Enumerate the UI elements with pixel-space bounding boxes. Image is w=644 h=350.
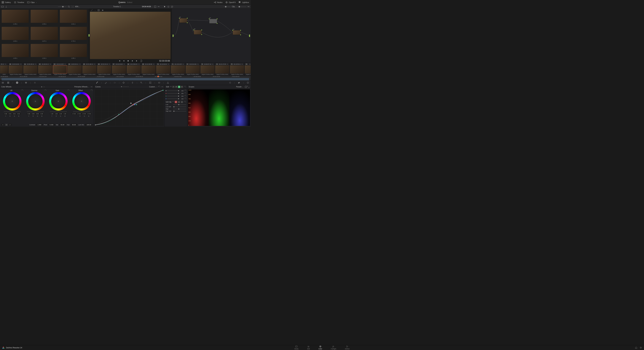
waveform-icon[interactable] bbox=[238, 82, 240, 84]
node-zoom-slider[interactable] bbox=[224, 6, 230, 7]
clip-thumb[interactable] bbox=[82, 66, 96, 74]
clip-thumb[interactable] bbox=[8, 66, 23, 74]
keyframe-mode-icon[interactable] bbox=[229, 82, 231, 84]
gallery-thumb[interactable] bbox=[31, 27, 58, 40]
clip-thumb[interactable] bbox=[142, 66, 156, 74]
pin-icon[interactable] bbox=[5, 6, 8, 8]
clips-toggle[interactable]: Clips ⌄ bbox=[27, 1, 37, 4]
gallery-zoom-slider[interactable] bbox=[58, 6, 66, 7]
lightbox-toggle[interactable]: Lightbox bbox=[239, 1, 249, 4]
clip-thumb[interactable] bbox=[126, 66, 141, 74]
node-more-icon[interactable]: ••• bbox=[248, 6, 250, 8]
node-output-marker[interactable] bbox=[249, 34, 250, 37]
channel-b-button[interactable]: B bbox=[181, 86, 183, 88]
timeline-clip[interactable]: 6203:48:03:12V1Apple ProRes 4444 bbox=[38, 63, 53, 76]
reset-icon[interactable] bbox=[184, 86, 186, 88]
lowsoft-slider[interactable]: Low Soft bbox=[166, 106, 186, 108]
reset-icon[interactable] bbox=[184, 95, 186, 97]
viewer-zoom-dropdown[interactable]: 43% bbox=[75, 6, 80, 8]
reset-icon[interactable] bbox=[67, 90, 69, 92]
wheel-values[interactable]: 0.000.010.010.01 bbox=[4, 113, 21, 115]
data-burn-icon[interactable] bbox=[167, 82, 169, 84]
gallery-item[interactable]: 1.72.1 bbox=[60, 27, 87, 42]
timeline-clip[interactable]: 6304:04:44:09V1Apple ProRes 4444 bbox=[53, 63, 68, 76]
gallery-thumb[interactable] bbox=[2, 10, 29, 23]
sizing-icon[interactable] bbox=[149, 82, 152, 84]
timeline-clip[interactable]: 6404:05:29:11V1Apple ProRes 4444 bbox=[68, 63, 82, 76]
wheel-values[interactable]: 1.001.001.001.00 bbox=[50, 113, 67, 115]
expand-icon[interactable] bbox=[247, 86, 250, 88]
clip-thumb[interactable] bbox=[245, 66, 251, 74]
timeline-ruler[interactable]: 01:00:00:0001:11:50:2001:23:41:1501:35:3… bbox=[0, 76, 251, 80]
gallery-item[interactable]: 1.67.1 bbox=[31, 27, 58, 42]
reset-icon[interactable] bbox=[44, 90, 46, 92]
wheels-page-dots[interactable] bbox=[41, 86, 44, 87]
jog-wheel[interactable] bbox=[73, 111, 90, 112]
gallery-thumb[interactable] bbox=[31, 44, 58, 57]
master-timecode[interactable]: 04:04:44:09 bbox=[142, 6, 153, 8]
prev-frame-icon[interactable] bbox=[122, 60, 125, 62]
stop-icon[interactable] bbox=[127, 60, 129, 62]
info-icon[interactable] bbox=[247, 82, 249, 84]
primaries-icon[interactable] bbox=[16, 82, 18, 84]
gallery-item[interactable]: 1.83.1 bbox=[2, 44, 29, 59]
more-icon[interactable]: ••• bbox=[161, 86, 163, 88]
gallery-thumb[interactable] bbox=[60, 27, 87, 40]
stereo-icon[interactable] bbox=[158, 82, 160, 84]
clip-thumb[interactable] bbox=[23, 66, 38, 74]
fit-icon[interactable] bbox=[72, 6, 74, 8]
link-icon[interactable] bbox=[172, 101, 174, 103]
timeline-clip[interactable]: 7404:21:37:09V1Apple ProRes 4444 bbox=[215, 63, 230, 76]
node-03[interactable]: 03 bbox=[209, 19, 217, 24]
gallery-thumb[interactable] bbox=[2, 27, 29, 40]
page-selector[interactable]: A 1 2 bbox=[1, 124, 12, 126]
clip-thumb[interactable] bbox=[200, 66, 215, 74]
page-1[interactable]: 1 bbox=[5, 124, 8, 126]
scopes-mode-dropdown[interactable]: Parade bbox=[236, 86, 243, 88]
viewer-in-marker[interactable] bbox=[88, 34, 90, 36]
clip-thumb[interactable] bbox=[53, 66, 67, 74]
clip-dropdown[interactable]: Clip bbox=[232, 6, 236, 8]
reset-icon[interactable] bbox=[158, 86, 160, 88]
gallery-thumb[interactable] bbox=[60, 44, 87, 57]
highsoft-slider[interactable]: High Soft bbox=[166, 110, 186, 112]
edit-slider-green[interactable]: 100 bbox=[166, 95, 186, 97]
node-02[interactable]: 02 bbox=[194, 30, 202, 34]
timeline-toggle[interactable]: Timeline bbox=[14, 1, 24, 4]
reset-icon[interactable] bbox=[21, 90, 23, 92]
node-04[interactable]: 04 bbox=[232, 30, 241, 35]
color-wheel[interactable] bbox=[72, 92, 91, 110]
page-a[interactable]: A bbox=[1, 124, 4, 126]
disable-icon[interactable] bbox=[171, 6, 173, 8]
timeline-name[interactable]: Timeline 1 bbox=[113, 6, 122, 8]
timeline-clip[interactable]: 7304:08:07:10V1Apple ProRes 4444 bbox=[200, 63, 215, 76]
clip-thumb[interactable] bbox=[156, 66, 170, 74]
clip-thumb[interactable] bbox=[230, 66, 244, 74]
sat-input[interactable] bbox=[59, 124, 66, 126]
highlight-icon[interactable] bbox=[102, 9, 104, 12]
channel-g-button[interactable]: G bbox=[178, 86, 180, 88]
jog-wheel[interactable] bbox=[50, 111, 67, 112]
curves-page-dots[interactable] bbox=[121, 86, 128, 87]
gallery-thumb[interactable] bbox=[2, 44, 29, 57]
clip-first[interactable]: 45:12V1 4444 bbox=[0, 63, 8, 76]
channel-r-button[interactable]: R bbox=[175, 86, 178, 88]
timeline-clip[interactable]: 6503:51:08:14V1Apple ProRes 4444 bbox=[82, 63, 97, 76]
low-slider[interactable]: Low bbox=[166, 104, 186, 105]
wheels-mode-dropdown[interactable]: Primaries Wheels bbox=[74, 86, 89, 88]
gallery-item[interactable]: 1.49.1 bbox=[2, 10, 29, 25]
jog-wheel[interactable] bbox=[4, 111, 21, 112]
ruler-bar[interactable] bbox=[2, 78, 249, 80]
wheel-values[interactable]: 0.000.000.000.00 bbox=[27, 113, 44, 115]
gallery-thumb[interactable] bbox=[31, 10, 58, 23]
softclip-r-button[interactable]: R bbox=[175, 101, 177, 103]
curves-editor[interactable] bbox=[94, 89, 164, 126]
node-opacity-slider[interactable] bbox=[238, 6, 246, 7]
node-01[interactable]: 01 bbox=[179, 18, 187, 23]
page-2[interactable]: 2 bbox=[8, 124, 12, 126]
openfx-toggle[interactable]: OpenFX bbox=[226, 1, 236, 4]
edit-slider-red[interactable]: 100 bbox=[166, 92, 186, 94]
softclip-b-button[interactable]: B bbox=[181, 101, 183, 103]
clip-thumb[interactable] bbox=[112, 66, 126, 74]
hue-input[interactable] bbox=[71, 124, 77, 126]
